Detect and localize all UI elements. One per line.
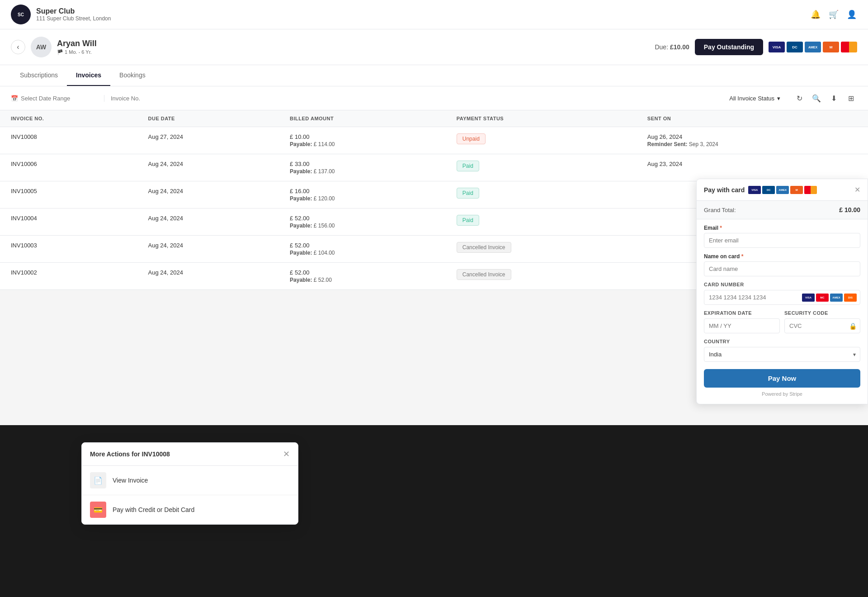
tabs-bar: Subscriptions Invoices Bookings (0, 65, 868, 86)
card-number-label: CARD NUMBER (704, 282, 860, 287)
logo-area: SC Super Club 111 Super Club Street, Lon… (11, 5, 111, 24)
club-info: Super Club 111 Super Club Street, London (36, 7, 111, 22)
club-name: Super Club (36, 7, 111, 15)
payment-status-cell: Paid (446, 181, 637, 208)
refresh-icon[interactable]: ↻ (793, 92, 806, 104)
status-filter-label: All Invoice Status (729, 95, 774, 102)
member-header: ‹ AW Aryan Will 🏴 1 Mo. - 6 Yr. Due: £10… (0, 29, 868, 65)
notification-icon[interactable]: 🔔 (810, 9, 821, 20)
due-date-cell: Aug 27, 2024 (137, 127, 279, 154)
invoice-no-cell: INV10008 (0, 127, 137, 154)
maestro-card-logo: M (823, 42, 839, 52)
member-details: Aryan Will 🏴 1 Mo. - 6 Yr. (57, 39, 97, 55)
billed-amount-cell: £ 52.00 Payable: £ 156.00 (279, 208, 446, 236)
email-input[interactable] (704, 233, 860, 248)
billed-amount-cell: £ 16.00 Payable: £ 120.00 (279, 181, 446, 208)
mastercard-logo: MC (841, 42, 857, 52)
invoice-no-cell: INV10006 (0, 154, 137, 181)
table-row[interactable]: INV10008 Aug 27, 2024 £ 10.00 Payable: £… (0, 127, 868, 154)
tab-invoices[interactable]: Invoices (67, 65, 110, 86)
calendar-icon: 📅 (11, 95, 18, 102)
col-invoice-no: INVOICE NO. (0, 110, 137, 127)
payment-status-cell: Paid (446, 154, 637, 181)
grand-total-label: Grand Total: (704, 207, 736, 213)
member-badge: 🏴 1 Mo. - 6 Yr. (57, 49, 97, 55)
filter-action-icons: ↻ 🔍 ⬇ ⊞ (793, 92, 857, 104)
pay-card-form: Email * Name on card * CARD NUMBER VISA … (697, 219, 868, 290)
status-badge: Paid (457, 215, 479, 226)
panel-visa-icon: VISA (748, 186, 761, 194)
tab-bookings[interactable]: Bookings (110, 65, 155, 86)
col-billed-amount: BILLED AMOUNT (279, 110, 446, 127)
top-header: SC Super Club 111 Super Club Street, Lon… (0, 0, 868, 29)
due-date-cell: Aug 24, 2024 (137, 181, 279, 208)
col-payment-status: PAYMENT STATUS (446, 110, 637, 127)
billed-amount-cell: £ 52.00 Payable: £ 104.00 (279, 236, 446, 263)
member-left: ‹ AW Aryan Will 🏴 1 Mo. - 6 Yr. (11, 37, 97, 57)
filters-bar: 📅 All Invoice Status ▾ ↻ 🔍 ⬇ ⊞ (0, 86, 868, 110)
col-sent-on: SENT ON (637, 110, 868, 127)
club-address: 111 Super Club Street, London (36, 15, 111, 22)
user-icon[interactable]: 👤 (846, 9, 857, 20)
name-on-card-input[interactable] (704, 261, 860, 276)
grand-total-row: Grand Total: £ 10.00 (697, 201, 868, 219)
payment-status-cell: Cancelled Invoice (446, 263, 637, 290)
date-range-input[interactable] (21, 95, 97, 102)
download-icon[interactable]: ⬇ (827, 92, 840, 104)
diners-card-logo: DC (787, 42, 803, 52)
cart-icon[interactable]: 🛒 (828, 9, 839, 20)
search-icon[interactable]: 🔍 (810, 92, 823, 104)
payment-status-cell: Paid (446, 208, 637, 236)
billed-amount-cell: £ 33.00 Payable: £ 137.00 (279, 154, 446, 181)
name-on-card-label: Name on card * (704, 253, 860, 260)
chevron-down-icon: ▾ (777, 95, 780, 102)
invoice-no-cell: INV10004 (0, 208, 137, 236)
invoice-no-cell: INV10003 (0, 236, 137, 263)
grand-total-amount: £ 10.00 (839, 206, 860, 213)
header-icons: 🔔 🛒 👤 (810, 9, 857, 20)
pay-outstanding-button[interactable]: Pay Outstanding (695, 39, 763, 55)
sent-on-cell: Aug 23, 2024 (637, 154, 868, 181)
status-filter[interactable]: All Invoice Status ▾ (729, 95, 780, 102)
table-row[interactable]: INV10006 Aug 24, 2024 £ 33.00 Payable: £… (0, 154, 868, 181)
panel-master-icon: MC (804, 186, 817, 194)
pay-card-title: Pay with card VISA DC AMEX M MC (704, 186, 817, 194)
pay-card-panel: Pay with card VISA DC AMEX M MC ✕ Grand … (696, 179, 868, 290)
billed-amount-cell: £ 10.00 Payable: £ 114.00 (279, 127, 446, 154)
reminder-sent: Reminder Sent: Sep 3, 2024 (647, 141, 857, 147)
club-logo: SC (11, 5, 31, 24)
panel-amex-icon: AMEX (776, 186, 789, 194)
flag-icon: 🏴 (57, 49, 63, 55)
sent-on-cell: Aug 26, 2024Reminder Sent: Sep 3, 2024 (637, 127, 868, 154)
back-button[interactable]: ‹ (11, 40, 25, 54)
email-group: Email * (704, 225, 860, 248)
panel-diners-icon: DC (762, 186, 775, 194)
payment-status-cell: Unpaid (446, 127, 637, 154)
member-right: Due: £10.00 Pay Outstanding VISA DC AMEX… (655, 39, 857, 55)
status-badge: Paid (457, 188, 479, 199)
card-number-group: CARD NUMBER VISA MC AMEX DIS (704, 282, 860, 290)
date-range-filter[interactable]: 📅 (11, 95, 97, 102)
member-avatar: AW (31, 37, 52, 57)
amex-card-logo: AMEX (805, 42, 821, 52)
payment-status-cell: Cancelled Invoice (446, 236, 637, 263)
table-header-row: INVOICE NO. DUE DATE BILLED AMOUNT PAYME… (0, 110, 868, 127)
due-date-cell: Aug 24, 2024 (137, 236, 279, 263)
billed-amount-cell: £ 52.00 Payable: £ 52.00 (279, 263, 446, 290)
status-badge: Paid (457, 161, 479, 171)
visa-card-logo: VISA (769, 42, 785, 52)
due-date-cell: Aug 24, 2024 (137, 154, 279, 181)
pay-card-close-button[interactable]: ✕ (854, 185, 860, 194)
status-badge: Cancelled Invoice (457, 242, 511, 253)
status-badge: Cancelled Invoice (457, 269, 511, 280)
invoice-no-input[interactable] (104, 95, 187, 102)
panel-maestro-icon: M (790, 186, 803, 194)
member-name: Aryan Will (57, 39, 97, 48)
tab-subscriptions[interactable]: Subscriptions (11, 65, 67, 86)
email-label: Email * (704, 225, 860, 231)
sent-on-date: Aug 26, 2024 (647, 133, 857, 140)
col-due-date: DUE DATE (137, 110, 279, 127)
pay-card-header: Pay with card VISA DC AMEX M MC ✕ (697, 179, 868, 201)
grid-icon[interactable]: ⊞ (844, 92, 857, 104)
due-date-cell: Aug 24, 2024 (137, 208, 279, 236)
